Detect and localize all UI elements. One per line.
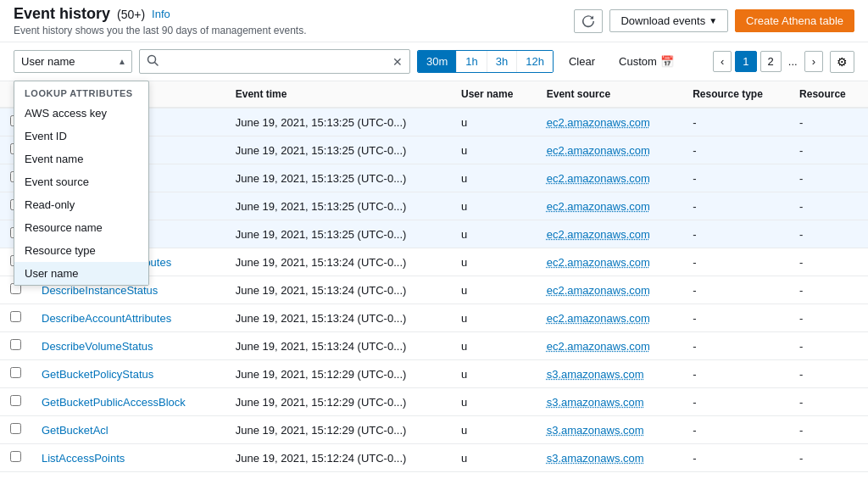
resource-type-cell: - <box>682 248 789 276</box>
row-checkbox-cell <box>0 304 31 332</box>
time-btn-30m[interactable]: 30m <box>418 51 457 72</box>
clear-button[interactable]: Clear <box>560 51 604 72</box>
event-source-link[interactable]: ec2.amazonaws.com <box>547 228 650 241</box>
refresh-button[interactable] <box>574 9 603 33</box>
user-name-cell: u <box>451 444 537 472</box>
event-source-link[interactable]: ec2.amazonaws.com <box>547 200 650 213</box>
dropdown-item-event-source[interactable]: Event source <box>14 170 148 193</box>
page-1-button[interactable]: 1 <box>735 51 756 72</box>
dropdown-item-user-name[interactable]: User name <box>14 262 148 285</box>
custom-label: Custom <box>619 55 657 68</box>
event-name-link[interactable]: GetBucketAcl <box>42 424 108 437</box>
row-checkbox[interactable] <box>10 451 21 462</box>
event-source-link[interactable]: ec2.amazonaws.com <box>547 116 650 129</box>
next-page-button[interactable]: › <box>804 51 823 72</box>
download-events-button[interactable]: Download events ▼ <box>609 9 728 32</box>
event-name-link[interactable]: DescribeAccountAttributes <box>42 312 171 325</box>
event-name-cell: DescribeVolumeStatus <box>31 332 225 360</box>
page-2-button[interactable]: 2 <box>760 51 782 72</box>
resource-cell: - <box>789 192 868 220</box>
event-source-cell: ec2.amazonaws.com <box>537 164 682 192</box>
event-source-cell: ec2.amazonaws.com <box>537 108 682 136</box>
event-source-link[interactable]: ec2.amazonaws.com <box>547 144 650 157</box>
row-checkbox[interactable] <box>10 311 21 322</box>
create-athena-table-button[interactable]: Create Athena table <box>735 9 854 32</box>
search-input[interactable] <box>165 52 386 71</box>
time-btn-12h[interactable]: 12h <box>517 51 553 72</box>
row-checkbox[interactable] <box>10 395 21 406</box>
resource-type-cell: - <box>682 388 789 416</box>
event-source-link[interactable]: ec2.amazonaws.com <box>547 256 650 269</box>
user-name-cell: u <box>451 164 537 192</box>
table-row: DescribeVolumeStatusJune 19, 2021, 15:13… <box>0 332 868 360</box>
dropdown-item-resource-name[interactable]: Resource name <box>14 216 148 239</box>
dropdown-item-read-only[interactable]: Read-only <box>14 193 148 216</box>
event-time-cell: June 19, 2021, 15:13:25 (UTC-0...) <box>225 164 451 192</box>
resource-cell: - <box>789 388 868 416</box>
event-time-cell: June 19, 2021, 15:12:29 (UTC-0...) <box>225 388 451 416</box>
resource-cell: - <box>789 248 868 276</box>
table-settings-button[interactable]: ⚙ <box>830 51 854 73</box>
top-bar-left: Event history (50+) Info Event history s… <box>14 5 307 36</box>
resource-type-cell: - <box>682 416 789 444</box>
dropdown-item-aws-access-key[interactable]: AWS access key <box>14 102 148 125</box>
user-name-cell: u <box>451 192 537 220</box>
dropdown-item-resource-type[interactable]: Resource type <box>14 239 148 262</box>
toolbar: User name ▲ ✕ 30m 1h 3h 12h Clear Custom… <box>0 42 868 81</box>
user-name-cell: u <box>451 276 537 304</box>
dropdown-item-event-id[interactable]: Event ID <box>14 125 148 148</box>
event-name-cell: GetBucketPolicyStatus <box>31 360 225 388</box>
custom-button[interactable]: Custom 📅 <box>610 51 682 72</box>
row-checkbox[interactable] <box>10 367 21 378</box>
calendar-icon: 📅 <box>660 55 674 68</box>
row-checkbox[interactable] <box>10 339 21 350</box>
event-source-link[interactable]: s3.amazonaws.com <box>547 396 644 409</box>
user-name-cell: u <box>451 332 537 360</box>
resource-cell: - <box>789 164 868 192</box>
event-source-cell: ec2.amazonaws.com <box>537 136 682 164</box>
event-time-cell: June 19, 2021, 15:13:25 (UTC-0...) <box>225 220 451 248</box>
resource-type-cell: - <box>682 192 789 220</box>
row-checkbox[interactable] <box>10 423 21 434</box>
event-time-cell: June 19, 2021, 15:13:24 (UTC-0...) <box>225 276 451 304</box>
time-btn-3h[interactable]: 3h <box>487 51 517 72</box>
event-name-link[interactable]: DescribeVolumeStatus <box>42 340 153 353</box>
table-row: ListAccessPointsJune 19, 2021, 15:12:24 … <box>0 444 868 472</box>
event-source-cell: s3.amazonaws.com <box>537 360 682 388</box>
event-source-link[interactable]: ec2.amazonaws.com <box>547 340 650 353</box>
page-title: Event history (50+) Info <box>14 5 307 23</box>
resource-cell: - <box>789 332 868 360</box>
event-source-link[interactable]: s3.amazonaws.com <box>547 368 644 381</box>
prev-page-button[interactable]: ‹ <box>713 51 732 72</box>
event-source-link[interactable]: ec2.amazonaws.com <box>547 172 650 185</box>
resource-cell: - <box>789 276 868 304</box>
search-clear-icon[interactable]: ✕ <box>386 51 409 73</box>
settings-icon: ⚙ <box>837 55 848 69</box>
user-name-cell: u <box>451 220 537 248</box>
resource-cell: - <box>789 444 868 472</box>
col-user-name: User name <box>451 81 537 108</box>
user-name-cell: u <box>451 416 537 444</box>
table-row: DescribeAccountAttributesJune 19, 2021, … <box>0 304 868 332</box>
info-link[interactable]: Info <box>152 8 170 20</box>
event-time-cell: June 19, 2021, 15:12:29 (UTC-0...) <box>225 360 451 388</box>
event-name-link[interactable]: GetBucketPolicyStatus <box>42 368 153 381</box>
lookup-select[interactable]: User name ▲ <box>14 50 132 73</box>
ellipsis: ... <box>785 52 801 71</box>
event-name-link[interactable]: ListAccessPoints <box>42 452 125 465</box>
col-event-source: Event source <box>537 81 682 108</box>
event-source-link[interactable]: ec2.amazonaws.com <box>547 312 650 325</box>
event-name-link[interactable]: GetBucketPublicAccessBlock <box>42 396 186 409</box>
time-btn-1h[interactable]: 1h <box>457 51 487 72</box>
table-row: GetBucketAclJune 19, 2021, 15:12:29 (UTC… <box>0 416 868 444</box>
user-name-cell: u <box>451 360 537 388</box>
event-source-link[interactable]: ec2.amazonaws.com <box>547 284 650 297</box>
event-source-link[interactable]: s3.amazonaws.com <box>547 424 644 437</box>
col-resource: Resource <box>789 81 868 108</box>
dropdown-item-event-name[interactable]: Event name <box>14 148 148 170</box>
event-time-cell: June 19, 2021, 15:12:24 (UTC-0...) <box>225 444 451 472</box>
event-source-link[interactable]: s3.amazonaws.com <box>547 452 644 465</box>
event-time-cell: June 19, 2021, 15:12:29 (UTC-0...) <box>225 416 451 444</box>
event-name-cell: GetBucketPublicAccessBlock <box>31 388 225 416</box>
user-name-cell: u <box>451 248 537 276</box>
